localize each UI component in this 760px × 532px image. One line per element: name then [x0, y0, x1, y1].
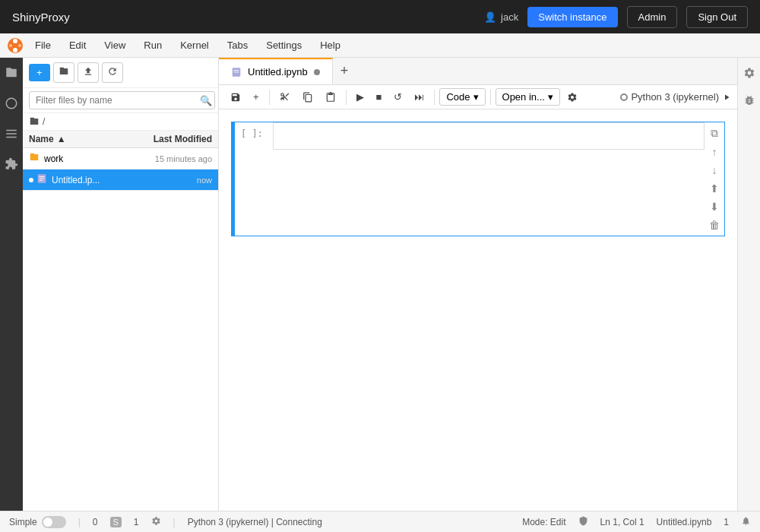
- cell-input[interactable]: [273, 122, 705, 150]
- user-icon: 👤: [484, 11, 496, 23]
- status-icon-s: S: [110, 517, 122, 527]
- left-icon-sidebar: [0, 58, 23, 511]
- list-item[interactable]: work 15 minutes ago: [23, 148, 218, 169]
- list-item[interactable]: Untitled.ip... now: [23, 169, 218, 191]
- search-box: 🔍: [23, 88, 218, 113]
- add-cell-button[interactable]: +: [248, 88, 264, 106]
- add-tab-button[interactable]: +: [333, 58, 356, 84]
- add-below-action[interactable]: ⬇: [708, 199, 721, 214]
- add-above-action[interactable]: ⬆: [708, 181, 721, 196]
- menu-run[interactable]: Run: [136, 36, 169, 54]
- svg-rect-10: [40, 176, 45, 177]
- delete-cell-action[interactable]: 🗑: [708, 217, 721, 233]
- svg-rect-14: [234, 70, 239, 71]
- svg-rect-8: [6, 137, 17, 138]
- plus-icon: +: [36, 67, 43, 78]
- save-notebook-button[interactable]: [225, 89, 246, 106]
- svg-rect-11: [40, 178, 45, 179]
- menu-settings[interactable]: Settings: [258, 36, 309, 54]
- username: jack: [501, 11, 518, 23]
- menu-help[interactable]: Help: [312, 36, 348, 54]
- kernel-name: Python 3 (ipykernel): [631, 91, 719, 103]
- menu-edit[interactable]: Edit: [62, 36, 93, 54]
- switch-instance-button[interactable]: Switch instance: [527, 7, 617, 27]
- menu-kernel[interactable]: Kernel: [173, 36, 217, 54]
- cell-type-dropdown[interactable]: Code ▾: [439, 88, 485, 106]
- copy-cell-button[interactable]: [297, 89, 318, 106]
- cell-label: [ ]:: [235, 122, 273, 139]
- toolbar-separator-2: [346, 90, 347, 105]
- upload-icon: [83, 66, 93, 77]
- shield-icon: [578, 516, 588, 528]
- file-browser: + + 🔍 / Name ▲: [23, 58, 219, 511]
- sidebar-extensions-icon[interactable]: [2, 155, 21, 173]
- status-right: Mode: Edit Ln 1, Col 1 Untitled.ipynb 1: [522, 516, 751, 528]
- sidebar-files-icon[interactable]: [2, 64, 21, 82]
- folder-breadcrumb-icon: [29, 116, 40, 127]
- notebook-cell: [ ]: ⧉ ↑ ↓ ⬆ ⬇ 🗑: [231, 122, 725, 236]
- svg-rect-12: [40, 180, 43, 181]
- restart-run-all-button[interactable]: ⏭: [409, 88, 429, 106]
- new-file-button[interactable]: + +: [29, 64, 50, 81]
- file-date: 15 minutes ago: [155, 154, 212, 163]
- folder-file-icon: [29, 152, 40, 165]
- settings-icon: [567, 92, 578, 103]
- cut-cell-button[interactable]: [274, 89, 296, 106]
- user-info: 👤 jack: [484, 11, 518, 23]
- menu-view[interactable]: View: [97, 36, 133, 54]
- open-in-dropdown[interactable]: Open in... ▾: [496, 88, 560, 106]
- right-sidebar-debug-icon[interactable]: [740, 91, 758, 109]
- simple-toggle: Simple: [9, 516, 66, 528]
- refresh-button[interactable]: [102, 62, 123, 83]
- search-input[interactable]: [29, 91, 215, 109]
- top-bar: ShinyProxy 👤 jack Switch instance Admin …: [0, 0, 760, 33]
- sort-indicator[interactable]: ▲: [57, 134, 66, 144]
- admin-button[interactable]: Admin: [627, 6, 678, 28]
- run-cell-button[interactable]: ▶: [351, 88, 369, 106]
- mode-toggle[interactable]: [42, 516, 66, 528]
- right-sidebar-settings-icon[interactable]: [740, 64, 758, 82]
- save-icon: [230, 92, 241, 103]
- svg-point-1: [13, 39, 17, 43]
- cell-area: [ ]: ⧉ ↑ ↓ ⬆ ⬇ 🗑: [219, 109, 737, 511]
- notebook-tab-icon: [231, 67, 242, 78]
- kernel-arrow-icon: [722, 93, 731, 102]
- menu-tabs[interactable]: Tabs: [220, 36, 255, 54]
- paste-icon: [325, 92, 336, 103]
- counter-2: 1: [134, 517, 139, 527]
- filename-status: Untitled.ipynb: [657, 517, 712, 527]
- paste-cell-button[interactable]: [320, 89, 341, 106]
- notebook-area: Untitled.ipynb + + ▶ ■ ↺ ⏭: [219, 58, 737, 511]
- filebrowser-toolbar: + +: [23, 58, 218, 88]
- cursor-position: Ln 1, Col 1: [600, 517, 644, 527]
- tab-bar: Untitled.ipynb +: [219, 58, 737, 85]
- file-list-header: Name ▲ Last Modified: [23, 131, 218, 148]
- notebook-tab[interactable]: Untitled.ipynb: [219, 58, 333, 84]
- svg-rect-15: [234, 71, 239, 72]
- edit-mode-label: Mode: Edit: [522, 517, 565, 527]
- sidebar-circle-icon[interactable]: [2, 94, 21, 112]
- copy-cell-action[interactable]: ⧉: [708, 125, 721, 141]
- column-name-label: Name: [29, 134, 54, 144]
- menu-bar: File Edit View Run Kernel Tabs Settings …: [0, 33, 760, 58]
- cell-type-chevron: ▾: [473, 91, 479, 103]
- signout-button[interactable]: Sign Out: [686, 6, 748, 28]
- bell-icon: [741, 516, 751, 528]
- kernel-status-text: Python 3 (ipykernel) | Connecting: [188, 517, 322, 527]
- cut-icon: [280, 92, 290, 103]
- restart-kernel-button[interactable]: ↺: [388, 88, 407, 106]
- active-indicator: [29, 178, 33, 182]
- menu-file[interactable]: File: [27, 36, 59, 54]
- cell-active-indicator: [232, 122, 235, 236]
- right-sidebar: [737, 58, 760, 511]
- notebook-toolbar: + ▶ ■ ↺ ⏭ Code ▾ Open in...: [219, 85, 737, 109]
- open-folder-button[interactable]: [53, 62, 74, 83]
- upload-button[interactable]: [78, 62, 99, 83]
- move-up-action[interactable]: ↑: [708, 144, 721, 160]
- stop-kernel-button[interactable]: ■: [371, 88, 388, 106]
- toolbar-separator-3: [434, 90, 435, 105]
- app-title: ShinyProxy: [12, 11, 475, 24]
- sidebar-list-icon[interactable]: [2, 125, 21, 143]
- notebook-settings-button[interactable]: [562, 89, 583, 106]
- move-down-action[interactable]: ↓: [708, 163, 721, 178]
